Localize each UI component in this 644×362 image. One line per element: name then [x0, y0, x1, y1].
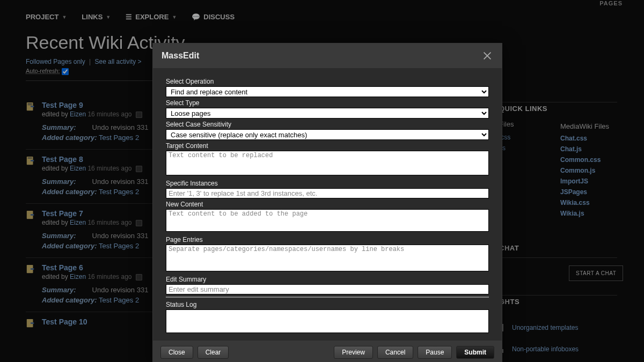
target-content-input[interactable]	[166, 151, 489, 175]
page-entries-label: Page Entries	[166, 236, 489, 243]
submit-button[interactable]: Submit	[456, 346, 494, 359]
cancel-button[interactable]: Cancel	[377, 346, 413, 359]
divider	[166, 297, 489, 298]
new-content-input[interactable]	[166, 209, 489, 232]
specific-instances-input[interactable]	[166, 188, 489, 198]
close-icon[interactable]	[481, 50, 493, 62]
select-type[interactable]: Loose pages	[166, 108, 489, 119]
clear-button[interactable]: Clear	[197, 346, 229, 359]
select-case-label: Select Case Sensitivity	[166, 121, 489, 128]
close-button[interactable]: Close	[160, 346, 193, 359]
modal-titlebar: MassEdit	[153, 43, 502, 68]
massedit-modal: MassEdit Select Operation Find and repla…	[152, 43, 502, 362]
modal-title: MassEdit	[162, 51, 199, 61]
select-operation[interactable]: Find and replace content	[166, 86, 489, 97]
new-content-label: New Content	[166, 201, 489, 208]
target-content-label: Target Content	[166, 142, 489, 150]
preview-button[interactable]: Preview	[334, 346, 373, 359]
page-entries-input[interactable]	[166, 245, 489, 271]
specific-instances-label: Specific Instances	[166, 180, 489, 187]
edit-summary-label: Edit Summary	[166, 276, 489, 283]
edit-summary-input[interactable]	[166, 284, 489, 294]
select-operation-label: Select Operation	[166, 78, 489, 85]
pause-button[interactable]: Pause	[418, 346, 452, 359]
modal-footer: Close Clear Preview Cancel Pause Submit	[153, 341, 502, 362]
select-case[interactable]: Case sensitive (replace only exact match…	[166, 129, 489, 140]
status-log	[166, 309, 489, 333]
select-type-label: Select Type	[166, 99, 489, 107]
status-log-label: Status Log	[166, 301, 489, 308]
